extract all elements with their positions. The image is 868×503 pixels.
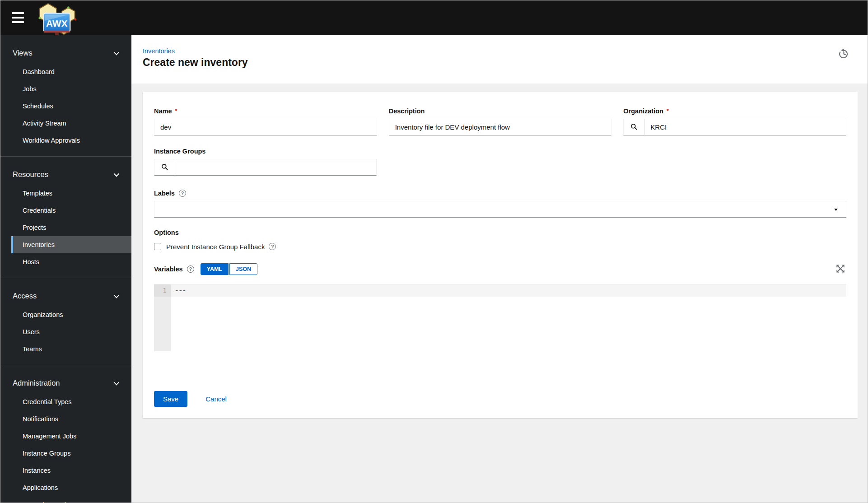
expand-arrows-icon	[835, 269, 846, 275]
svg-text:AWX: AWX	[46, 18, 68, 28]
sidebar-section-administration: Administration Credential Types Notifica…	[0, 365, 131, 503]
history-icon	[838, 55, 850, 61]
labels-select[interactable]	[154, 201, 846, 218]
history-button[interactable]	[837, 48, 850, 61]
chevron-down-icon	[114, 292, 120, 298]
instance-groups-input[interactable]	[175, 159, 377, 176]
chevron-down-icon	[114, 171, 120, 177]
cancel-button[interactable]: Cancel	[205, 395, 227, 403]
description-field-group: Description	[389, 107, 612, 135]
options-heading: Options	[154, 228, 846, 236]
sidebar-item-schedules[interactable]: Schedules	[0, 98, 131, 115]
chevron-down-icon	[114, 49, 120, 55]
sidebar-item-activity-stream[interactable]: Activity Stream	[0, 115, 131, 132]
sidebar-item-hosts[interactable]: Hosts	[0, 253, 131, 270]
required-asterisk: *	[667, 107, 669, 114]
create-inventory-form-card: Name * Description Organization *	[143, 92, 858, 418]
variables-mode-toggle: YAML JSON	[201, 263, 257, 275]
options-group: Options Prevent Instance Group Fallback …	[154, 228, 846, 252]
json-toggle-button[interactable]: JSON	[229, 263, 257, 275]
sidebar-item-execution-environments[interactable]: Execution Environments	[0, 496, 131, 503]
awx-logo[interactable]: AWX	[34, 2, 78, 36]
prevent-fallback-row: Prevent Instance Group Fallback ?	[154, 242, 846, 252]
sidebar-item-inventories[interactable]: Inventories	[11, 236, 131, 253]
sidebar-group-views[interactable]: Views	[0, 42, 131, 63]
sidebar-section-views: Views Dashboard Jobs Schedules Activity …	[0, 35, 131, 156]
variables-code-editor: 1 ---	[154, 284, 846, 351]
name-input[interactable]	[154, 119, 377, 135]
form-actions: Save Cancel	[154, 391, 846, 407]
organization-label: Organization *	[623, 107, 846, 115]
variables-label: Variables ?	[154, 265, 194, 273]
sidebar-item-workflow-approvals[interactable]: Workflow Approvals	[0, 132, 131, 149]
save-button[interactable]: Save	[154, 391, 187, 407]
sidebar-group-resources[interactable]: Resources	[0, 164, 131, 185]
editor-line-gutter: 1	[154, 284, 171, 351]
hamburger-menu-icon[interactable]	[12, 12, 24, 23]
chevron-down-icon	[114, 379, 120, 385]
instance-groups-search-button[interactable]	[154, 159, 175, 176]
monitor: AWX	[44, 13, 70, 35]
sidebar-item-dashboard[interactable]: Dashboard	[0, 63, 131, 80]
labels-field-group: Labels ?	[154, 189, 846, 218]
search-icon	[630, 122, 638, 132]
required-asterisk: *	[175, 107, 177, 114]
sidebar-item-management-jobs[interactable]: Management Jobs	[0, 428, 131, 445]
sidebar-item-teams[interactable]: Teams	[0, 340, 131, 358]
caret-down-icon	[834, 209, 838, 211]
form-row-1: Name * Description Organization *	[154, 107, 846, 135]
sidebar-group-access[interactable]: Access	[0, 285, 131, 306]
expand-editor-button[interactable]	[835, 263, 846, 275]
sidebar-item-applications[interactable]: Applications	[0, 479, 131, 496]
instance-groups-field-group: Instance Groups	[154, 147, 377, 176]
sidebar-item-jobs[interactable]: Jobs	[0, 80, 131, 98]
variables-help-icon[interactable]: ?	[187, 265, 194, 273]
description-input[interactable]	[389, 119, 612, 135]
labels-help-icon[interactable]: ?	[179, 190, 186, 197]
prevent-fallback-help-icon[interactable]: ?	[269, 243, 276, 250]
top-navbar: AWX ?	[0, 0, 868, 35]
name-field-group: Name *	[154, 107, 377, 135]
variables-header-row: Variables ? YAML JSON	[154, 263, 846, 275]
organization-search-button[interactable]	[623, 119, 644, 135]
organization-input[interactable]	[644, 119, 846, 135]
sidebar-item-users[interactable]: Users	[0, 323, 131, 340]
sidebar-group-administration[interactable]: Administration	[0, 373, 131, 393]
editor-code-area[interactable]: ---	[171, 284, 846, 351]
sidebar-section-resources: Resources Templates Credentials Projects…	[0, 156, 131, 278]
sidebar-section-access: Access Organizations Users Teams	[0, 278, 131, 365]
sidebar-item-instance-groups[interactable]: Instance Groups	[0, 445, 131, 462]
sidebar-navigation: Views Dashboard Jobs Schedules Activity …	[0, 35, 131, 503]
awx-application-window: AWX ?	[0, 0, 868, 503]
search-icon	[160, 163, 169, 172]
name-label: Name *	[154, 107, 377, 115]
sidebar-item-notifications[interactable]: Notifications	[0, 410, 131, 428]
page-title: Create new inventory	[143, 56, 248, 69]
sidebar-item-credential-types[interactable]: Credential Types	[0, 393, 131, 410]
sidebar-item-templates[interactable]: Templates	[0, 185, 131, 202]
sidebar-item-organizations[interactable]: Organizations	[0, 306, 131, 323]
instance-groups-label: Instance Groups	[154, 147, 377, 155]
sidebar-item-instances[interactable]: Instances	[0, 462, 131, 479]
organization-field-group: Organization *	[623, 107, 846, 135]
editor-line-1: ---	[171, 284, 846, 297]
breadcrumb-inventories-link[interactable]: Inventories	[143, 47, 175, 55]
sidebar-item-credentials[interactable]: Credentials	[0, 202, 131, 219]
labels-label: Labels ?	[154, 189, 846, 197]
description-label: Description	[389, 107, 612, 115]
line-number: 1	[154, 284, 171, 297]
sidebar-item-projects[interactable]: Projects	[0, 219, 131, 236]
page-header: Inventories Create new inventory	[131, 35, 868, 84]
prevent-fallback-label[interactable]: Prevent Instance Group Fallback	[166, 243, 265, 251]
yaml-toggle-button[interactable]: YAML	[201, 263, 229, 275]
prevent-fallback-checkbox[interactable]	[154, 243, 161, 250]
